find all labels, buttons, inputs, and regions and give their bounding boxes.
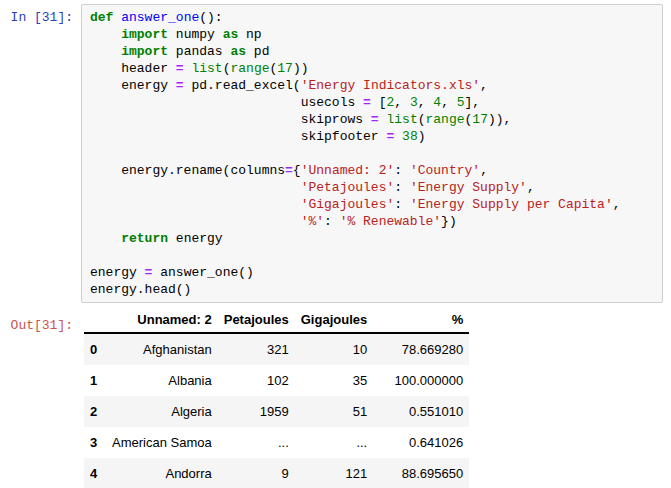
code-token: answer_one — [121, 10, 199, 25]
code-token: { — [293, 163, 301, 178]
table-cell: ... — [295, 427, 373, 458]
code-token: )), — [488, 112, 511, 127]
code-token: : — [394, 180, 410, 195]
output-cell: Out[31]: Unnamed: 2PetajoulesGigajoules%… — [0, 308, 671, 488]
code-token: energy — [90, 265, 145, 280]
code-token: return — [121, 231, 168, 246]
table-row: 4Andorra912188.695650 — [84, 458, 469, 488]
code-token: : — [394, 197, 410, 212]
code-token: = — [176, 78, 184, 93]
code-token: skiprows — [90, 112, 371, 127]
code-token: = — [285, 163, 293, 178]
table-row: 2Algeria1959510.551010 — [84, 396, 469, 427]
table-cell: Andorra — [106, 458, 218, 488]
code-token: 'Energy Supply' — [410, 180, 527, 195]
row-index-cell: 1 — [84, 365, 106, 396]
code-token: , — [480, 163, 488, 178]
code-token: range — [426, 112, 465, 127]
code-line: energy.rename(columns={'Unnamed: 2': 'Co… — [90, 162, 658, 179]
table-cell: 51 — [295, 396, 373, 427]
code-token: 'Gigajoules' — [301, 197, 395, 212]
code-token: = — [371, 112, 379, 127]
code-token: 3 — [410, 95, 418, 110]
code-line: energy = answer_one() — [90, 264, 658, 281]
code-token: list — [191, 61, 222, 76]
index-header-cell — [84, 308, 106, 333]
table-cell: Albania — [106, 365, 218, 396]
input-cell: In [31]: def answer_one(): import numpy … — [0, 4, 671, 303]
table-cell: 121 — [295, 458, 373, 488]
code-token: (): — [199, 10, 222, 25]
dataframe-body: 0Afghanistan3211078.6692801Albania102351… — [84, 333, 469, 488]
code-line: header = list(range(17)) — [90, 60, 658, 77]
code-token: ], — [465, 95, 481, 110]
code-line: import pandas as pd — [90, 43, 658, 60]
output-content: Unnamed: 2PetajoulesGigajoules% 0Afghani… — [73, 308, 671, 488]
code-token: 'Petajoules' — [301, 180, 395, 195]
code-token: import — [121, 27, 168, 42]
column-header: Petajoules — [218, 308, 295, 333]
code-token: '%' — [301, 214, 324, 229]
code-line: 'Petajoules': 'Energy Supply', — [90, 179, 658, 196]
code-token: = — [176, 61, 184, 76]
table-cell: 78.669280 — [373, 333, 469, 365]
code-token — [90, 214, 301, 229]
code-token: header — [90, 61, 176, 76]
table-cell: Afghanistan — [106, 333, 218, 365]
code-line: def answer_one(): — [90, 9, 658, 26]
code-token: as — [223, 27, 239, 42]
table-cell: 9 — [218, 458, 295, 488]
table-cell: ... — [218, 427, 295, 458]
table-row: 1Albania10235100.000000 — [84, 365, 469, 396]
table-cell: Algeria — [106, 396, 218, 427]
code-token — [90, 44, 121, 59]
code-line: energy = pd.read_excel('Energy Indicator… — [90, 77, 658, 94]
table-cell: 0.551010 — [373, 396, 469, 427]
code-token: 'Energy Supply per Capita' — [410, 197, 613, 212]
code-token: np — [238, 27, 261, 42]
table-cell: 35 — [295, 365, 373, 396]
code-token: , — [480, 78, 488, 93]
table-cell: 0.641026 — [373, 427, 469, 458]
code-token: def — [90, 10, 113, 25]
table-row: 3American Samoa......0.641026 — [84, 427, 469, 458]
code-token: list — [386, 112, 417, 127]
code-token: , — [394, 95, 410, 110]
header-row: Unnamed: 2PetajoulesGigajoules% — [84, 308, 469, 333]
code-token: 'Unnamed: 2' — [301, 163, 395, 178]
code-token — [90, 27, 121, 42]
code-token: energy.head() — [90, 282, 191, 297]
code-line — [90, 145, 658, 162]
row-index-cell: 4 — [84, 458, 106, 488]
code-token: , — [418, 95, 434, 110]
code-token: 17 — [277, 61, 293, 76]
code-token: usecols — [90, 95, 363, 110]
code-line: skipfooter = 38) — [90, 128, 658, 145]
column-header: Unnamed: 2 — [106, 308, 218, 333]
code-token: answer_one() — [152, 265, 253, 280]
code-token: pandas — [168, 44, 230, 59]
code-line: usecols = [2, 3, 4, 5], — [90, 94, 658, 111]
code-token: : — [324, 214, 340, 229]
column-header: % — [373, 308, 469, 333]
code-token: )) — [293, 61, 309, 76]
code-token: 38 — [402, 129, 418, 144]
code-cell[interactable]: def answer_one(): import numpy as np imp… — [81, 4, 663, 303]
code-token: , — [613, 197, 621, 212]
table-row: 0Afghanistan3211078.669280 — [84, 333, 469, 365]
code-line: energy.head() — [90, 281, 658, 298]
code-token: 'Country' — [410, 163, 480, 178]
code-token: skipfooter — [90, 129, 386, 144]
code-token: ) — [418, 129, 426, 144]
code-token: 5 — [457, 95, 465, 110]
code-line: 'Gigajoules': 'Energy Supply per Capita'… — [90, 196, 658, 213]
input-prompt: In [31]: — [0, 4, 73, 303]
row-index-cell: 3 — [84, 427, 106, 458]
code-token: import — [121, 44, 168, 59]
code-token: pd — [246, 44, 269, 59]
dataframe-table: Unnamed: 2PetajoulesGigajoules% 0Afghani… — [84, 308, 469, 488]
table-cell: 102 — [218, 365, 295, 396]
code-lines: def answer_one(): import numpy as np imp… — [90, 9, 658, 298]
code-token: ( — [418, 112, 426, 127]
row-index-cell: 2 — [84, 396, 106, 427]
